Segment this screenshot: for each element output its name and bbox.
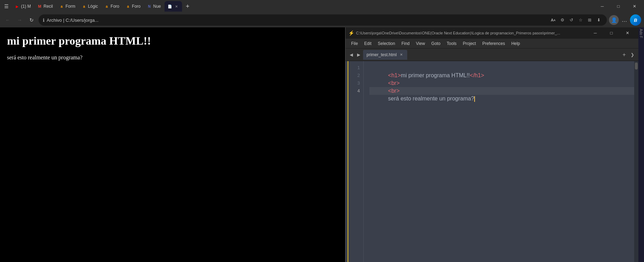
- editor-minimize-btn[interactable]: ─: [587, 27, 603, 39]
- refresh-addr-icon[interactable]: ↺: [568, 16, 575, 24]
- download-icon[interactable]: ⬇: [595, 16, 603, 24]
- amazon-favicon-1: a: [59, 4, 64, 9]
- editor-tab-forward[interactable]: ▶: [356, 52, 362, 58]
- bing-icon: B: [634, 18, 637, 23]
- tab-bar: ☰ ▶ (1) M M Recil a Form a Lógic a Foro …: [0, 0, 644, 13]
- browser-tab-amazon1[interactable]: a Form: [56, 1, 78, 12]
- new-tab-button[interactable]: +: [183, 1, 193, 11]
- line-num-3: 3: [357, 79, 363, 87]
- browser-maximize-btn[interactable]: □: [610, 1, 626, 12]
- code-line-4: será esto realmente un programa?: [369, 87, 634, 95]
- tab-label: Nue: [153, 4, 161, 9]
- editor-tab-bar: ◀ ▶ primer_test.html ✕ + ❯: [346, 48, 638, 61]
- menu-file[interactable]: File: [348, 40, 361, 47]
- tab-label: Recil: [43, 4, 53, 9]
- menu-help[interactable]: Help: [509, 40, 523, 47]
- code-line-3: <br>: [369, 79, 634, 87]
- editor-tab-back[interactable]: ◀: [348, 52, 354, 58]
- line-num-1: 1: [357, 64, 363, 72]
- tab-label: Foro: [132, 4, 141, 9]
- editor-active-tab[interactable]: primer_test.html ✕: [363, 50, 407, 60]
- file-favicon: 📄: [167, 4, 172, 9]
- menu-project[interactable]: Project: [460, 40, 479, 47]
- browser-tab-gmail[interactable]: M Recil: [34, 1, 56, 12]
- amazon-favicon-2: a: [82, 4, 87, 9]
- h1-text-content: mi primer programa HTML!!: [401, 72, 470, 78]
- editor-title-bar: ⚡ C:\Users\jorga\OneDrive\Documentos\ONE…: [346, 27, 638, 39]
- editor-title-path: C:\Users\jorga\OneDrive\Documentos\ONE(O…: [356, 31, 587, 35]
- editor-tab-label: primer_test.html: [367, 52, 397, 57]
- text-cursor: [474, 96, 475, 102]
- new-tab-favicon: N: [147, 4, 152, 9]
- browser-tab-logic[interactable]: a Lógic: [79, 1, 101, 12]
- webpage-paragraph: será esto realmente un programa?: [7, 54, 338, 61]
- code-editor: ⚡ C:\Users\jorga\OneDrive\Documentos\ONE…: [345, 27, 638, 262]
- translate-icon[interactable]: AA: [549, 16, 557, 24]
- menu-find[interactable]: Find: [398, 40, 412, 47]
- forward-button[interactable]: →: [15, 15, 25, 25]
- right-panel-label: Ado F: [638, 27, 644, 40]
- editor-new-tab-btn[interactable]: +: [620, 51, 628, 59]
- menu-edit[interactable]: Edit: [361, 40, 374, 47]
- more-menu-button[interactable]: …: [620, 15, 629, 25]
- editor-maximize-btn[interactable]: □: [603, 27, 619, 39]
- tag-br-2: <br>: [388, 88, 400, 94]
- browser-window: ☰ ▶ (1) M M Recil a Form a Lógic a Foro …: [0, 0, 644, 262]
- profile-avatar[interactable]: 👤: [609, 15, 619, 25]
- webpage-heading: mi primer programa HTML!!: [7, 34, 338, 47]
- menu-selection[interactable]: Selection: [375, 40, 398, 47]
- menu-preferences[interactable]: Preferences: [479, 40, 508, 47]
- bing-button[interactable]: B: [630, 14, 641, 26]
- collections-icon[interactable]: ⊞: [586, 16, 593, 24]
- line-num-2: 2: [357, 72, 363, 79]
- tag-br-1: <br>: [388, 80, 400, 86]
- amazon-favicon-3: a: [104, 4, 109, 9]
- gmail-favicon: M: [37, 4, 42, 9]
- address-bar[interactable]: ℹ Archivo | C:/Users/jorga... AA ⚙ ↺ ☆ ⊞…: [39, 14, 607, 26]
- menu-tools[interactable]: Tools: [444, 40, 459, 47]
- tab-label: Foro: [110, 4, 119, 9]
- amazon-favicon-4: a: [126, 4, 130, 9]
- editor-tab-chevron[interactable]: ❯: [629, 52, 636, 58]
- browser-tab-foro2[interactable]: a Foro: [123, 1, 143, 12]
- youtube-favicon: ▶: [15, 4, 20, 9]
- active-line-indicator: [346, 61, 348, 262]
- sidebar-toggle-btn[interactable]: ☰: [1, 1, 11, 11]
- browser-tab-new[interactable]: N Nue: [144, 1, 164, 12]
- tag-h1-close: </h1>: [470, 72, 484, 78]
- browser-tab-yt[interactable]: ▶ (1) M: [12, 1, 34, 12]
- editor-app-icon: ⚡: [348, 30, 354, 36]
- line-num-4: 4: [357, 87, 363, 95]
- shield-icon[interactable]: ⚙: [558, 16, 566, 24]
- browser-close-btn[interactable]: ✕: [626, 1, 643, 12]
- main-area: mi primer programa HTML!! será esto real…: [0, 27, 644, 262]
- editor-tab-close[interactable]: ✕: [399, 52, 404, 57]
- code-content[interactable]: <h1>mi primer programa HTML!!</h1> <br> …: [364, 61, 634, 262]
- editor-scrollbar[interactable]: [634, 61, 638, 262]
- info-icon: ℹ: [43, 18, 45, 23]
- tag-h1-open: <h1>: [388, 72, 401, 78]
- tab-close-icon[interactable]: ✕: [174, 4, 179, 9]
- tab-label: Lógic: [88, 4, 98, 9]
- back-button[interactable]: ←: [3, 15, 13, 25]
- editor-menu-bar: File Edit Selection Find View Goto Tools…: [346, 39, 638, 48]
- code-line-1: <h1>mi primer programa HTML!!</h1>: [369, 64, 634, 72]
- address-text: Archivo | C:/Users/jorga...: [47, 18, 99, 23]
- browser-viewport: mi primer programa HTML!! será esto real…: [0, 27, 345, 262]
- browser-tab-foro1[interactable]: a Foro: [101, 1, 122, 12]
- tab-label: Form: [66, 4, 75, 9]
- line-numbers: 1 2 3 4: [348, 61, 364, 262]
- line-4-text: será esto realmente un programa?: [388, 96, 474, 101]
- refresh-button[interactable]: ↻: [27, 15, 36, 25]
- browser-minimize-btn[interactable]: ─: [594, 1, 610, 12]
- menu-view[interactable]: View: [413, 40, 428, 47]
- editor-window-controls: ─ □ ✕: [587, 27, 636, 39]
- tab-label: (1) M: [21, 4, 31, 9]
- right-panel-peek: Ado F: [638, 27, 644, 262]
- star-icon[interactable]: ☆: [577, 16, 584, 24]
- nav-bar: ← → ↻ ℹ Archivo | C:/Users/jorga... AA ⚙…: [0, 13, 644, 27]
- editor-close-btn[interactable]: ✕: [619, 27, 636, 39]
- browser-tab-file[interactable]: 📄 ✕: [165, 1, 182, 12]
- menu-goto[interactable]: Goto: [429, 40, 443, 47]
